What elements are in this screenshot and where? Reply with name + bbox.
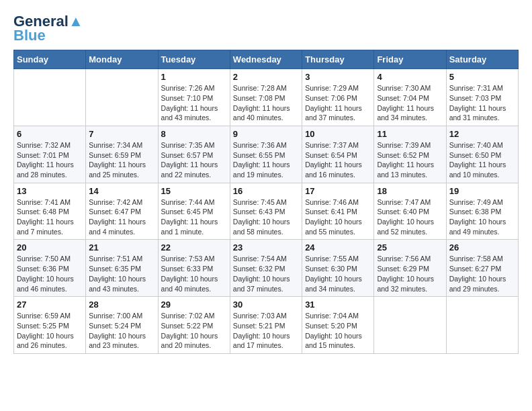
day-number: 21 — [89, 242, 154, 253]
day-info: Sunrise: 7:37 AMSunset: 6:54 PMDaylight:… — [305, 140, 371, 180]
day-info: Sunrise: 7:56 AMSunset: 6:29 PMDaylight:… — [377, 254, 443, 293]
calendar-cell — [86, 69, 158, 126]
calendar-cell: 4Sunrise: 7:30 AMSunset: 7:04 PMDaylight… — [374, 69, 446, 126]
day-info: Sunrise: 7:58 AMSunset: 6:27 PMDaylight:… — [449, 254, 515, 293]
day-info: Sunrise: 7:02 AMSunset: 5:22 PMDaylight:… — [161, 311, 227, 351]
day-info: Sunrise: 7:46 AMSunset: 6:41 PMDaylight:… — [305, 197, 371, 237]
day-info: Sunrise: 7:00 AMSunset: 5:24 PMDaylight:… — [89, 311, 154, 351]
calendar-cell — [374, 297, 446, 354]
day-info: Sunrise: 7:03 AMSunset: 5:21 PMDaylight:… — [233, 311, 299, 351]
day-number: 27 — [17, 300, 83, 310]
day-number: 4 — [377, 72, 443, 82]
calendar-cell — [446, 297, 518, 354]
calendar-cell: 7Sunrise: 7:34 AMSunset: 6:59 PMDaylight… — [86, 126, 158, 183]
day-number: 5 — [449, 72, 515, 82]
calendar-week-2: 6Sunrise: 7:32 AMSunset: 7:01 PMDaylight… — [14, 126, 519, 183]
day-info: Sunrise: 7:04 AMSunset: 5:20 PMDaylight:… — [305, 311, 371, 351]
calendar-cell: 8Sunrise: 7:35 AMSunset: 6:57 PMDaylight… — [158, 126, 230, 183]
day-header-saturday: Saturday — [446, 50, 518, 69]
calendar-cell: 6Sunrise: 7:32 AMSunset: 7:01 PMDaylight… — [14, 126, 86, 183]
calendar-cell: 3Sunrise: 7:29 AMSunset: 7:06 PMDaylight… — [302, 69, 374, 126]
calendar-cell: 2Sunrise: 7:28 AMSunset: 7:08 PMDaylight… — [230, 69, 302, 126]
calendar-cell: 29Sunrise: 7:02 AMSunset: 5:22 PMDayligh… — [158, 297, 230, 354]
day-header-friday: Friday — [374, 50, 446, 69]
day-info: Sunrise: 7:28 AMSunset: 7:08 PMDaylight:… — [233, 83, 299, 123]
calendar-cell: 13Sunrise: 7:41 AMSunset: 6:48 PMDayligh… — [14, 183, 86, 240]
page-header: General▲ Blue — [13, 13, 519, 43]
logo: General▲ Blue — [13, 13, 83, 43]
calendar-cell: 28Sunrise: 7:00 AMSunset: 5:24 PMDayligh… — [86, 297, 158, 354]
calendar-cell: 25Sunrise: 7:56 AMSunset: 6:29 PMDayligh… — [374, 240, 446, 297]
calendar-cell: 24Sunrise: 7:55 AMSunset: 6:30 PMDayligh… — [302, 240, 374, 297]
calendar-cell: 22Sunrise: 7:53 AMSunset: 6:33 PMDayligh… — [158, 240, 230, 297]
day-info: Sunrise: 7:40 AMSunset: 6:50 PMDaylight:… — [449, 140, 515, 180]
day-info: Sunrise: 7:34 AMSunset: 6:59 PMDaylight:… — [89, 140, 154, 180]
calendar-cell: 30Sunrise: 7:03 AMSunset: 5:21 PMDayligh… — [230, 297, 302, 354]
day-number: 19 — [449, 186, 515, 196]
day-number: 17 — [305, 186, 371, 196]
day-number: 22 — [161, 242, 227, 253]
day-info: Sunrise: 7:55 AMSunset: 6:30 PMDaylight:… — [305, 254, 371, 293]
calendar-cell: 19Sunrise: 7:49 AMSunset: 6:38 PMDayligh… — [446, 183, 518, 240]
calendar-cell: 18Sunrise: 7:47 AMSunset: 6:40 PMDayligh… — [374, 183, 446, 240]
calendar-cell: 16Sunrise: 7:45 AMSunset: 6:43 PMDayligh… — [230, 183, 302, 240]
day-info: Sunrise: 7:45 AMSunset: 6:43 PMDaylight:… — [233, 197, 299, 237]
day-number: 15 — [161, 186, 227, 196]
day-number: 30 — [233, 300, 299, 310]
day-info: Sunrise: 7:30 AMSunset: 7:04 PMDaylight:… — [377, 83, 443, 123]
day-number: 26 — [449, 242, 515, 253]
calendar-cell: 17Sunrise: 7:46 AMSunset: 6:41 PMDayligh… — [302, 183, 374, 240]
calendar-cell: 12Sunrise: 7:40 AMSunset: 6:50 PMDayligh… — [446, 126, 518, 183]
calendar-cell: 31Sunrise: 7:04 AMSunset: 5:20 PMDayligh… — [302, 297, 374, 354]
day-number: 8 — [161, 129, 227, 139]
calendar-cell: 20Sunrise: 7:50 AMSunset: 6:36 PMDayligh… — [14, 240, 86, 297]
day-number: 3 — [305, 72, 371, 82]
calendar-cell: 21Sunrise: 7:51 AMSunset: 6:35 PMDayligh… — [86, 240, 158, 297]
day-number: 12 — [449, 129, 515, 139]
calendar-week-1: 1Sunrise: 7:26 AMSunset: 7:10 PMDaylight… — [14, 69, 519, 126]
day-info: Sunrise: 7:31 AMSunset: 7:03 PMDaylight:… — [449, 83, 515, 123]
calendar-cell: 10Sunrise: 7:37 AMSunset: 6:54 PMDayligh… — [302, 126, 374, 183]
calendar-cell: 14Sunrise: 7:42 AMSunset: 6:47 PMDayligh… — [86, 183, 158, 240]
day-info: Sunrise: 7:41 AMSunset: 6:48 PMDaylight:… — [17, 197, 83, 237]
day-number: 6 — [17, 129, 83, 139]
day-info: Sunrise: 7:53 AMSunset: 6:33 PMDaylight:… — [161, 254, 227, 293]
logo-blue: Blue — [13, 28, 46, 43]
calendar-cell: 5Sunrise: 7:31 AMSunset: 7:03 PMDaylight… — [446, 69, 518, 126]
day-number: 23 — [233, 242, 299, 253]
day-info: Sunrise: 7:35 AMSunset: 6:57 PMDaylight:… — [161, 140, 227, 180]
day-info: Sunrise: 7:54 AMSunset: 6:32 PMDaylight:… — [233, 254, 299, 293]
day-number: 13 — [17, 186, 83, 196]
day-info: Sunrise: 7:29 AMSunset: 7:06 PMDaylight:… — [305, 83, 371, 123]
day-number: 14 — [89, 186, 154, 196]
day-number: 1 — [161, 72, 227, 82]
calendar-week-4: 20Sunrise: 7:50 AMSunset: 6:36 PMDayligh… — [14, 240, 519, 297]
day-number: 29 — [161, 300, 227, 310]
calendar-cell: 15Sunrise: 7:44 AMSunset: 6:45 PMDayligh… — [158, 183, 230, 240]
day-header-wednesday: Wednesday — [230, 50, 302, 69]
calendar-cell: 27Sunrise: 6:59 AMSunset: 5:25 PMDayligh… — [14, 297, 86, 354]
calendar-cell: 11Sunrise: 7:39 AMSunset: 6:52 PMDayligh… — [374, 126, 446, 183]
day-info: Sunrise: 7:26 AMSunset: 7:10 PMDaylight:… — [161, 83, 227, 123]
calendar-cell: 9Sunrise: 7:36 AMSunset: 6:55 PMDaylight… — [230, 126, 302, 183]
day-number: 24 — [305, 242, 371, 253]
day-header-sunday: Sunday — [14, 50, 86, 69]
calendar-week-5: 27Sunrise: 6:59 AMSunset: 5:25 PMDayligh… — [14, 297, 519, 354]
calendar-cell: 23Sunrise: 7:54 AMSunset: 6:32 PMDayligh… — [230, 240, 302, 297]
day-info: Sunrise: 7:44 AMSunset: 6:45 PMDaylight:… — [161, 197, 227, 237]
calendar: SundayMondayTuesdayWednesdayThursdayFrid… — [13, 50, 519, 354]
day-header-tuesday: Tuesday — [158, 50, 230, 69]
day-info: Sunrise: 7:49 AMSunset: 6:38 PMDaylight:… — [449, 197, 515, 237]
day-info: Sunrise: 7:47 AMSunset: 6:40 PMDaylight:… — [377, 197, 443, 237]
day-number: 10 — [305, 129, 371, 139]
calendar-week-3: 13Sunrise: 7:41 AMSunset: 6:48 PMDayligh… — [14, 183, 519, 240]
day-number: 2 — [233, 72, 299, 82]
calendar-cell: 1Sunrise: 7:26 AMSunset: 7:10 PMDaylight… — [158, 69, 230, 126]
day-number: 18 — [377, 186, 443, 196]
day-info: Sunrise: 7:51 AMSunset: 6:35 PMDaylight:… — [89, 254, 154, 293]
day-info: Sunrise: 7:32 AMSunset: 7:01 PMDaylight:… — [17, 140, 83, 180]
day-header-thursday: Thursday — [302, 50, 374, 69]
day-number: 28 — [89, 300, 154, 310]
calendar-cell: 26Sunrise: 7:58 AMSunset: 6:27 PMDayligh… — [446, 240, 518, 297]
day-number: 11 — [377, 129, 443, 139]
